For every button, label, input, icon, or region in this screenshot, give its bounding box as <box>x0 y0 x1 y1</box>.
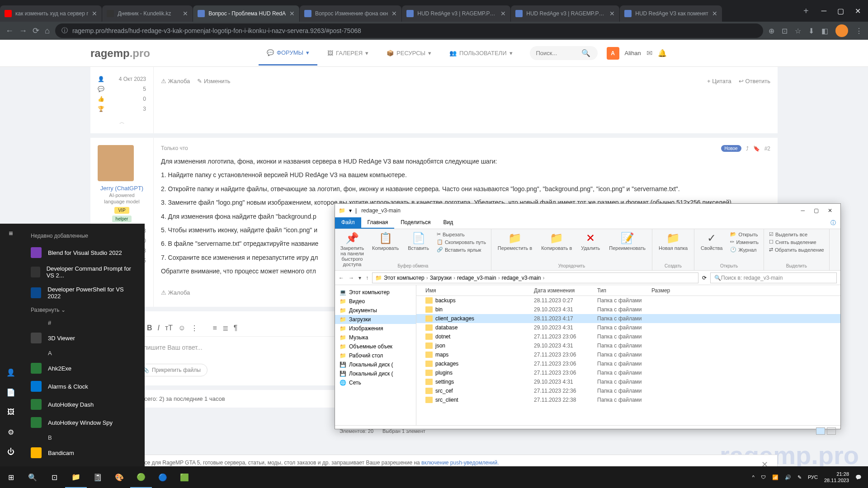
ribbon-tab-view[interactable]: Вид <box>437 217 459 229</box>
cut-button[interactable]: ✂ Вырезать <box>435 231 487 238</box>
start-letter-header[interactable]: B <box>22 432 145 444</box>
tree-item[interactable]: 📁Рабочий стол <box>335 351 416 360</box>
start-app-item[interactable]: AutoHotkey Window Spy <box>22 413 145 432</box>
open-button[interactable]: 📂 Открыть <box>729 231 760 238</box>
file-row[interactable]: json29.10.2023 4:31Папка с файлами <box>416 341 840 350</box>
tree-item[interactable]: 🌐Сеть <box>335 378 416 387</box>
breadcrumb-item[interactable]: Этот компьютер <box>384 275 425 281</box>
close-tab-icon[interactable]: ✕ <box>92 10 97 17</box>
search-icon[interactable]: 🔍 <box>581 49 590 57</box>
align-icon[interactable]: ≣ <box>222 324 228 333</box>
browser-tab[interactable]: Вопрос - Проблема HUD RedA✕ <box>193 5 299 22</box>
breadcrumb-item[interactable]: Загрузки <box>430 275 452 281</box>
start-letter-header[interactable]: # <box>22 317 145 329</box>
start-menu-expand[interactable]: ≡ <box>0 224 22 244</box>
author-avatar[interactable] <box>98 145 134 181</box>
close-tab-icon[interactable]: ✕ <box>712 10 717 17</box>
user-avatar[interactable]: A <box>607 47 619 60</box>
close-tab-icon[interactable]: ✕ <box>609 10 615 17</box>
menu-icon[interactable]: ⋮ <box>855 27 863 35</box>
forward-button[interactable]: → <box>19 26 27 36</box>
chrome-taskbar[interactable]: 🟢 <box>130 466 152 488</box>
tree-item[interactable]: 📁Видео <box>335 297 416 306</box>
help-icon[interactable]: ⓘ <box>826 217 840 229</box>
search-input[interactable] <box>536 50 581 56</box>
start-documents[interactable]: 📄 <box>0 382 22 402</box>
user-name[interactable]: Alihan <box>625 50 641 56</box>
col-size[interactable]: Размер <box>651 287 688 294</box>
browser-tab[interactable]: Вопрос Изменение фона окн✕ <box>300 5 401 22</box>
explorer-titlebar[interactable]: 📁 ▾ | redage_v3-main ─ ▢ ✕ <box>335 204 840 217</box>
extensions-icon[interactable]: ◧ <box>821 27 828 35</box>
file-row[interactable]: plugins27.11.2023 23:06Папка с файлами <box>416 368 840 377</box>
app-2[interactable]: 🎨 <box>108 466 130 488</box>
newfolder-button[interactable]: 📁Новая папка <box>656 231 690 252</box>
tray-volume[interactable]: 🔊 <box>785 474 791 480</box>
explorer-taskbar[interactable]: 📁 <box>65 466 87 488</box>
tree-item[interactable]: 💾Локальный диск ( <box>335 360 416 369</box>
start-app-item[interactable]: 3D Viewer <box>22 329 145 347</box>
close-tab-icon[interactable]: ✕ <box>183 10 188 17</box>
file-row[interactable]: packages27.11.2023 23:06Папка с файлами <box>416 359 840 368</box>
start-settings[interactable]: ⚙ <box>0 422 22 442</box>
copy-button[interactable]: 📋Копировать <box>369 231 401 252</box>
maximize-explorer[interactable]: ▢ <box>814 207 819 214</box>
nav-up[interactable]: ↑ <box>366 275 368 281</box>
browser-tab[interactable]: HUD RedAge v3 | RAGEMP.PRC✕ <box>511 5 619 22</box>
deselect-button[interactable]: ☐ Снять выделение <box>768 239 826 245</box>
site-info-icon[interactable]: ⓘ <box>61 27 68 35</box>
selectall-button[interactable]: ☑ Выделить все <box>768 231 826 238</box>
start-recent-item[interactable]: Developer PowerShell for VS 2022 <box>22 282 145 303</box>
bookmark-icon[interactable]: ☆ <box>795 27 801 35</box>
close-tab-icon[interactable]: ✕ <box>500 10 506 17</box>
history-button[interactable]: 🕐 Журнал <box>729 246 760 253</box>
breadcrumb[interactable]: 📁 Этот компьютер › Загрузки › redage_v3-… <box>372 272 698 283</box>
messages-icon[interactable]: ✉ <box>646 49 652 57</box>
app-3[interactable]: 🔵 <box>152 466 174 488</box>
browser-tab[interactable]: HUD RedAge V3 как поменят✕ <box>620 5 722 22</box>
quote-link[interactable]: + Цитата <box>707 78 731 84</box>
url-bar[interactable]: ⓘ ragemp.pro/threads/hud-redage-v3-kak-p… <box>55 23 763 38</box>
start-button[interactable]: ⊞ <box>0 466 22 488</box>
italic-icon[interactable]: I <box>158 324 160 333</box>
tray-icon-1[interactable]: 🛡 <box>761 474 766 480</box>
tree-item[interactable]: 📁Изображения <box>335 324 416 333</box>
minimize-explorer[interactable]: ─ <box>801 207 805 214</box>
copyto-button[interactable]: 📁Копировать в <box>538 231 575 252</box>
tray-icon-2[interactable]: ✎ <box>797 474 802 480</box>
file-row[interactable]: src_cef27.11.2023 22:36Папка с файлами <box>416 386 840 395</box>
rename-button[interactable]: 📝Переименовать <box>606 231 648 252</box>
ribbon-tab-home[interactable]: Главная <box>361 217 395 229</box>
refresh-icon[interactable]: ⟳ <box>702 275 707 281</box>
back-button[interactable]: ← <box>5 26 14 36</box>
app-4[interactable]: 🟩 <box>174 466 195 488</box>
start-recent-item[interactable]: Developer Command Prompt for VS 2... <box>22 262 145 282</box>
reply-link[interactable]: ↩ Ответить <box>739 78 770 84</box>
nav-back[interactable]: ← <box>339 275 344 281</box>
start-app-item[interactable]: Bandicam <box>22 444 145 462</box>
col-date[interactable]: Дата изменения <box>534 287 597 294</box>
bold-icon[interactable]: B <box>147 324 152 333</box>
file-row[interactable]: maps27.11.2023 23:06Папка с файлами <box>416 350 840 359</box>
browser-tab[interactable]: HUD RedAge v3 | RAGEMP.PRC✕ <box>402 5 510 22</box>
report-link[interactable]: ⚠ Жалоба <box>161 78 190 84</box>
home-button[interactable]: ⌂ <box>45 26 50 36</box>
dropdown-icon[interactable]: ▾ <box>349 207 352 214</box>
tray-lang[interactable]: РУС <box>808 474 818 480</box>
delete-button[interactable]: ✕Удалить <box>578 231 603 252</box>
bookmark-post-icon[interactable]: 🔖 <box>753 145 760 152</box>
expand-recent[interactable]: Развернуть ⌄ <box>22 303 145 317</box>
ribbon-tab-file[interactable]: Файл <box>335 217 361 229</box>
file-row[interactable]: settings29.10.2023 4:31Папка с файлами <box>416 377 840 386</box>
collapse-button[interactable]: ︿ <box>98 118 146 126</box>
site-logo[interactable]: ragemp.pro <box>90 47 150 60</box>
forum-search[interactable]: 🔍 <box>530 46 598 60</box>
copypath-button[interactable]: 📋 Скопировать путь <box>435 239 487 245</box>
start-app-item[interactable]: AutoHotkey Dash <box>22 395 145 413</box>
translate-icon[interactable]: ⊡ <box>782 27 788 35</box>
install-icon[interactable]: ⊕ <box>769 27 774 35</box>
edit-link[interactable]: ✎ Изменить <box>197 78 230 84</box>
browser-tab[interactable]: как изменить худ на сервер r✕ <box>0 5 102 22</box>
tray-chevron[interactable]: ^ <box>752 474 755 480</box>
new-tab-button[interactable]: + <box>798 6 814 16</box>
